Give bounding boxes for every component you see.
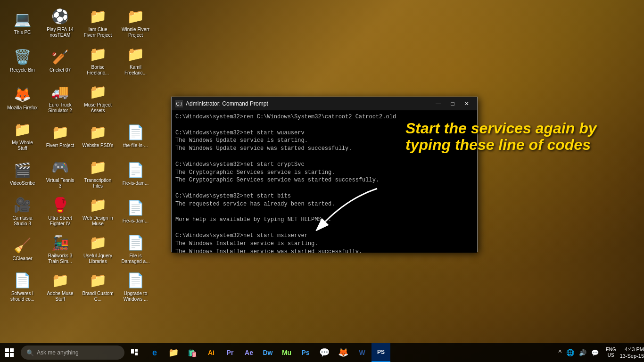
taskbar-photoshop[interactable]: Ps [296, 343, 315, 362]
taskbar-edge[interactable]: e [145, 343, 164, 362]
euro-truck-icon: 🚚 [51, 82, 70, 101]
tray-volume[interactable]: 🔊 [578, 348, 588, 357]
cmd-title-icon: C:\ [175, 100, 183, 107]
fiverr-project-icon: 📁 [51, 123, 70, 142]
taskbar-illustrator[interactable]: Ai [202, 343, 221, 362]
icon-iam-clue[interactable]: 📁 Iam Clue Fiverr Project [80, 5, 116, 40]
minimize-button[interactable]: — [432, 99, 445, 109]
camtasia-icon: 🎥 [13, 196, 32, 214]
play-fifa-icon: ⚽ [51, 7, 70, 26]
arrow-indicator [311, 184, 382, 231]
taskbar-skype[interactable]: 💬 [315, 343, 334, 362]
videoscribe-icon: 🎬 [13, 161, 32, 180]
clock[interactable]: 4:43 PM 13-Sep-15 [620, 346, 644, 360]
svg-rect-1 [5, 348, 9, 352]
icon-virtual-tennis[interactable]: 🎮 Virtual Tennis 3 [42, 156, 78, 191]
clock-time: 4:43 PM [620, 346, 644, 353]
taskbar-explorer[interactable]: 📁 [164, 343, 183, 362]
search-bar[interactable]: 🔍 [21, 346, 124, 360]
icon-winnie-fiverr[interactable]: 📁 Winnie Fiverr Project [118, 5, 153, 40]
icon-camtasia[interactable]: 🎥 Camtasia Studio 8 [5, 193, 40, 229]
play-fifa-label: Play FIFA 14 nosTEAM [44, 27, 76, 38]
web-design-muse-label: Web Design in Muse [82, 215, 114, 227]
icon-website-psds[interactable]: 📁 Website PSD's [80, 118, 116, 153]
ultra-street-fighter-icon: 🥊 [51, 196, 70, 214]
tray-network[interactable]: 🌐 [565, 348, 576, 357]
taskbar-store[interactable]: 🛍️ [183, 343, 202, 362]
icon-useful-jquery[interactable]: 📁 Useful Jquery Libraries [80, 231, 116, 266]
icon-fiverr-project[interactable]: 📁 Fiverr Project [42, 118, 78, 153]
maximize-button[interactable]: □ [446, 99, 459, 109]
icon-upgrade-windows[interactable]: 📄 Upgrade to Windows ... [118, 269, 153, 304]
borisc-label: Borisc Freelanc... [82, 65, 114, 76]
icon-adobe-muse[interactable]: 📁 Adobe Muse Stuff [42, 269, 78, 304]
search-input[interactable] [37, 349, 119, 356]
the-file-is-label: the-file-is-... [123, 143, 148, 148]
camtasia-label: Camtasia Studio 8 [7, 215, 38, 227]
icon-softwares-i[interactable]: 📄 Sofwares I should co... [5, 269, 40, 304]
brandi-custom-icon: 📁 [89, 271, 107, 290]
taskbar-word[interactable]: W [353, 343, 372, 362]
icon-transcription[interactable]: 📁 Transcription Files [80, 156, 116, 191]
taskbar-premiere[interactable]: Pr [221, 343, 239, 362]
language-indicator[interactable]: ENGUS [606, 347, 616, 358]
icon-kamil[interactable]: 📁 Kamil Freelanc... [118, 42, 153, 78]
upgrade-windows-icon: 📄 [126, 271, 145, 290]
icon-file-damaged[interactable]: 📄 File is Damaged a... [118, 231, 153, 266]
svg-rect-4 [10, 353, 14, 357]
fie-is-dam2-icon: 📄 [126, 198, 145, 217]
close-button[interactable]: ✕ [460, 99, 473, 109]
start-button[interactable] [0, 343, 19, 362]
icon-borisc[interactable]: 📁 Borisc Freelanc... [80, 42, 116, 78]
icon-fie-is-dam1[interactable]: 📄 Fie-is-dam... [118, 156, 153, 191]
kamil-label: Kamil Freelanc... [120, 65, 151, 76]
my-whole-stuff-label: My Whole Stuff [7, 140, 38, 151]
cmd-line-17: The Windows Installer service is startin… [175, 240, 473, 248]
icon-web-design-muse[interactable]: 📁 Web Design in Muse [80, 193, 116, 229]
cmd-titlebar[interactable]: C:\ Administrator: Command Prompt — □ ✕ [172, 97, 477, 110]
icon-recycle-bin[interactable]: 🗑️ Recycle Bin [5, 42, 40, 78]
icon-this-pc[interactable]: 💻 This PC [5, 5, 40, 40]
icon-videoscribe[interactable]: 🎬 VideoScribe [5, 156, 40, 191]
taskbar-powershell[interactable]: PS [372, 343, 390, 362]
taskbar-muse[interactable]: Mu [277, 343, 296, 362]
icon-mozilla-firefox[interactable]: 🦊 Mozilla Firefox [5, 80, 40, 115]
railworks3-icon: 🚂 [51, 233, 70, 252]
useful-jquery-icon: 📁 [89, 233, 107, 252]
mozilla-firefox-label: Mozilla Firefox [7, 105, 37, 111]
desktop-icons-area: 💻 This PC ⚽ Play FIFA 14 nosTEAM 📁 Iam C… [0, 0, 160, 339]
icon-the-file-is[interactable]: 📄 the-file-is-... [118, 118, 153, 153]
tray-notifications[interactable]: 💬 [590, 348, 600, 357]
svg-rect-6 [135, 349, 138, 352]
icon-muse-project[interactable]: 📁 Muse Project Assets [80, 80, 116, 115]
ccleaner-label: CCleaner [12, 256, 32, 262]
icon-euro-truck[interactable]: 🚚 Euro Truck Simulator 2 [42, 80, 78, 115]
annotation-text: Start the services again by typing these… [405, 120, 632, 153]
web-design-muse-icon: 📁 [89, 196, 107, 214]
icon-my-whole-stuff[interactable]: 📁 My Whole Stuff [5, 118, 40, 153]
softwares-i-icon: 📄 [13, 271, 32, 290]
icon-ultra-street-fighter[interactable]: 🥊 Ultra Street Fighter IV [42, 193, 78, 229]
ccleaner-icon: 🧹 [13, 236, 32, 255]
this-pc-label: This PC [14, 30, 31, 35]
videoscribe-label: VideoScribe [10, 181, 35, 186]
taskbar-firefox[interactable]: 🦊 [334, 343, 353, 362]
my-whole-stuff-icon: 📁 [13, 120, 32, 139]
system-tray: ^ 🌐 🔊 💬 [553, 348, 604, 357]
taskbar-dreamweaver[interactable]: Dw [258, 343, 277, 362]
svg-rect-5 [131, 349, 134, 354]
icon-brandi-custom[interactable]: 📁 Brandi Custom C... [80, 269, 116, 304]
icon-cricket07[interactable]: 🏏 Cricket 07 [42, 42, 78, 78]
taskbar-after-effects[interactable]: Ae [239, 343, 258, 362]
fiverr-project-label: Fiverr Project [46, 143, 74, 148]
virtual-tennis-icon: 🎮 [51, 158, 70, 177]
icon-railworks3[interactable]: 🚂 Railworks 3 Train Sim... [42, 231, 78, 266]
task-view-button[interactable] [126, 343, 143, 362]
window-controls: — □ ✕ [432, 99, 473, 109]
icon-ccleaner[interactable]: 🧹 CCleaner [5, 231, 40, 266]
icon-play-fifa[interactable]: ⚽ Play FIFA 14 nosTEAM [42, 5, 78, 40]
tray-chevron[interactable]: ^ [557, 348, 563, 357]
file-damaged-icon: 📄 [126, 233, 145, 252]
icon-fie-is-dam2[interactable]: 📄 Fie-is-dam... [118, 193, 153, 229]
adobe-muse-icon: 📁 [51, 271, 70, 290]
